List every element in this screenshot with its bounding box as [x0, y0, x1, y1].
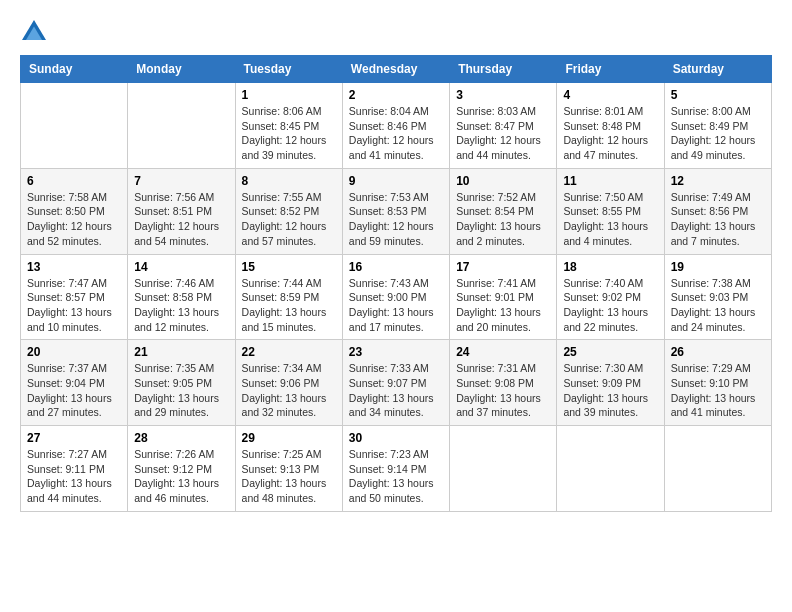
calendar-cell: 27Sunrise: 7:27 AM Sunset: 9:11 PM Dayli… — [21, 426, 128, 512]
day-info: Sunrise: 7:46 AM Sunset: 8:58 PM Dayligh… — [134, 276, 228, 335]
logo-text — [20, 20, 46, 45]
week-row-2: 6Sunrise: 7:58 AM Sunset: 8:50 PM Daylig… — [21, 168, 772, 254]
logo-icon — [22, 20, 46, 40]
day-number: 3 — [456, 88, 550, 102]
day-info: Sunrise: 7:40 AM Sunset: 9:02 PM Dayligh… — [563, 276, 657, 335]
weekday-header-tuesday: Tuesday — [235, 56, 342, 83]
calendar-cell: 25Sunrise: 7:30 AM Sunset: 9:09 PM Dayli… — [557, 340, 664, 426]
day-number: 21 — [134, 345, 228, 359]
day-number: 14 — [134, 260, 228, 274]
day-info: Sunrise: 7:31 AM Sunset: 9:08 PM Dayligh… — [456, 361, 550, 420]
calendar-cell: 15Sunrise: 7:44 AM Sunset: 8:59 PM Dayli… — [235, 254, 342, 340]
calendar-cell: 26Sunrise: 7:29 AM Sunset: 9:10 PM Dayli… — [664, 340, 771, 426]
day-number: 1 — [242, 88, 336, 102]
day-info: Sunrise: 7:23 AM Sunset: 9:14 PM Dayligh… — [349, 447, 443, 506]
day-number: 26 — [671, 345, 765, 359]
day-info: Sunrise: 7:35 AM Sunset: 9:05 PM Dayligh… — [134, 361, 228, 420]
day-number: 11 — [563, 174, 657, 188]
day-number: 29 — [242, 431, 336, 445]
calendar-cell: 7Sunrise: 7:56 AM Sunset: 8:51 PM Daylig… — [128, 168, 235, 254]
day-number: 8 — [242, 174, 336, 188]
calendar-cell — [557, 426, 664, 512]
day-number: 24 — [456, 345, 550, 359]
day-number: 27 — [27, 431, 121, 445]
day-number: 10 — [456, 174, 550, 188]
calendar-cell — [128, 83, 235, 169]
calendar-cell: 19Sunrise: 7:38 AM Sunset: 9:03 PM Dayli… — [664, 254, 771, 340]
day-number: 22 — [242, 345, 336, 359]
calendar-cell: 20Sunrise: 7:37 AM Sunset: 9:04 PM Dayli… — [21, 340, 128, 426]
day-info: Sunrise: 7:26 AM Sunset: 9:12 PM Dayligh… — [134, 447, 228, 506]
day-info: Sunrise: 7:44 AM Sunset: 8:59 PM Dayligh… — [242, 276, 336, 335]
day-number: 2 — [349, 88, 443, 102]
day-number: 23 — [349, 345, 443, 359]
day-info: Sunrise: 7:43 AM Sunset: 9:00 PM Dayligh… — [349, 276, 443, 335]
day-info: Sunrise: 7:47 AM Sunset: 8:57 PM Dayligh… — [27, 276, 121, 335]
day-info: Sunrise: 7:58 AM Sunset: 8:50 PM Dayligh… — [27, 190, 121, 249]
day-info: Sunrise: 7:33 AM Sunset: 9:07 PM Dayligh… — [349, 361, 443, 420]
day-info: Sunrise: 7:37 AM Sunset: 9:04 PM Dayligh… — [27, 361, 121, 420]
calendar-cell: 30Sunrise: 7:23 AM Sunset: 9:14 PM Dayli… — [342, 426, 449, 512]
day-number: 12 — [671, 174, 765, 188]
calendar-cell: 22Sunrise: 7:34 AM Sunset: 9:06 PM Dayli… — [235, 340, 342, 426]
calendar-cell: 24Sunrise: 7:31 AM Sunset: 9:08 PM Dayli… — [450, 340, 557, 426]
day-number: 4 — [563, 88, 657, 102]
calendar-cell: 21Sunrise: 7:35 AM Sunset: 9:05 PM Dayli… — [128, 340, 235, 426]
calendar-cell: 28Sunrise: 7:26 AM Sunset: 9:12 PM Dayli… — [128, 426, 235, 512]
day-number: 19 — [671, 260, 765, 274]
day-info: Sunrise: 8:04 AM Sunset: 8:46 PM Dayligh… — [349, 104, 443, 163]
day-info: Sunrise: 7:49 AM Sunset: 8:56 PM Dayligh… — [671, 190, 765, 249]
day-number: 13 — [27, 260, 121, 274]
calendar-table: SundayMondayTuesdayWednesdayThursdayFrid… — [20, 55, 772, 512]
calendar-cell: 14Sunrise: 7:46 AM Sunset: 8:58 PM Dayli… — [128, 254, 235, 340]
day-info: Sunrise: 7:53 AM Sunset: 8:53 PM Dayligh… — [349, 190, 443, 249]
day-number: 25 — [563, 345, 657, 359]
day-number: 5 — [671, 88, 765, 102]
day-info: Sunrise: 7:30 AM Sunset: 9:09 PM Dayligh… — [563, 361, 657, 420]
week-row-5: 27Sunrise: 7:27 AM Sunset: 9:11 PM Dayli… — [21, 426, 772, 512]
day-number: 16 — [349, 260, 443, 274]
calendar-cell: 11Sunrise: 7:50 AM Sunset: 8:55 PM Dayli… — [557, 168, 664, 254]
day-info: Sunrise: 7:29 AM Sunset: 9:10 PM Dayligh… — [671, 361, 765, 420]
weekday-header-friday: Friday — [557, 56, 664, 83]
calendar-cell: 12Sunrise: 7:49 AM Sunset: 8:56 PM Dayli… — [664, 168, 771, 254]
weekday-header-saturday: Saturday — [664, 56, 771, 83]
day-info: Sunrise: 7:55 AM Sunset: 8:52 PM Dayligh… — [242, 190, 336, 249]
week-row-3: 13Sunrise: 7:47 AM Sunset: 8:57 PM Dayli… — [21, 254, 772, 340]
day-info: Sunrise: 7:56 AM Sunset: 8:51 PM Dayligh… — [134, 190, 228, 249]
day-info: Sunrise: 7:41 AM Sunset: 9:01 PM Dayligh… — [456, 276, 550, 335]
calendar-cell: 10Sunrise: 7:52 AM Sunset: 8:54 PM Dayli… — [450, 168, 557, 254]
day-info: Sunrise: 7:25 AM Sunset: 9:13 PM Dayligh… — [242, 447, 336, 506]
calendar-cell: 23Sunrise: 7:33 AM Sunset: 9:07 PM Dayli… — [342, 340, 449, 426]
day-number: 30 — [349, 431, 443, 445]
weekday-header-row: SundayMondayTuesdayWednesdayThursdayFrid… — [21, 56, 772, 83]
day-info: Sunrise: 8:01 AM Sunset: 8:48 PM Dayligh… — [563, 104, 657, 163]
calendar-cell: 8Sunrise: 7:55 AM Sunset: 8:52 PM Daylig… — [235, 168, 342, 254]
calendar-cell: 18Sunrise: 7:40 AM Sunset: 9:02 PM Dayli… — [557, 254, 664, 340]
weekday-header-monday: Monday — [128, 56, 235, 83]
day-info: Sunrise: 7:52 AM Sunset: 8:54 PM Dayligh… — [456, 190, 550, 249]
day-number: 9 — [349, 174, 443, 188]
calendar-cell: 17Sunrise: 7:41 AM Sunset: 9:01 PM Dayli… — [450, 254, 557, 340]
day-number: 18 — [563, 260, 657, 274]
calendar-cell — [664, 426, 771, 512]
calendar-cell: 9Sunrise: 7:53 AM Sunset: 8:53 PM Daylig… — [342, 168, 449, 254]
calendar-cell: 2Sunrise: 8:04 AM Sunset: 8:46 PM Daylig… — [342, 83, 449, 169]
calendar-cell: 6Sunrise: 7:58 AM Sunset: 8:50 PM Daylig… — [21, 168, 128, 254]
weekday-header-sunday: Sunday — [21, 56, 128, 83]
day-info: Sunrise: 8:00 AM Sunset: 8:49 PM Dayligh… — [671, 104, 765, 163]
day-number: 6 — [27, 174, 121, 188]
day-number: 7 — [134, 174, 228, 188]
calendar-cell: 16Sunrise: 7:43 AM Sunset: 9:00 PM Dayli… — [342, 254, 449, 340]
calendar-cell: 13Sunrise: 7:47 AM Sunset: 8:57 PM Dayli… — [21, 254, 128, 340]
weekday-header-thursday: Thursday — [450, 56, 557, 83]
calendar-cell — [21, 83, 128, 169]
calendar-cell: 5Sunrise: 8:00 AM Sunset: 8:49 PM Daylig… — [664, 83, 771, 169]
calendar-cell: 4Sunrise: 8:01 AM Sunset: 8:48 PM Daylig… — [557, 83, 664, 169]
day-info: Sunrise: 8:06 AM Sunset: 8:45 PM Dayligh… — [242, 104, 336, 163]
day-number: 15 — [242, 260, 336, 274]
day-info: Sunrise: 7:50 AM Sunset: 8:55 PM Dayligh… — [563, 190, 657, 249]
weekday-header-wednesday: Wednesday — [342, 56, 449, 83]
page-header — [20, 20, 772, 45]
day-number: 20 — [27, 345, 121, 359]
